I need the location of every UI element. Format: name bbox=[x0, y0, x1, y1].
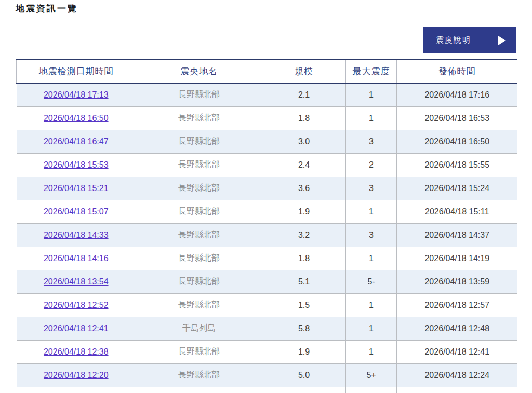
table-row: 2026/04/18 15:21 長野縣北部 3.6 3 2026/04/18 … bbox=[17, 177, 517, 200]
max-intensity-cell: 1 bbox=[346, 317, 397, 340]
detected-time-link[interactable]: 2026/04/18 15:53 bbox=[44, 160, 109, 169]
max-intensity-cell: 1 bbox=[346, 106, 397, 130]
published-time-cell: 2026/04/18 13:59 bbox=[397, 270, 517, 293]
max-intensity-cell: 3 bbox=[346, 130, 397, 153]
magnitude-cell: 1.8 bbox=[262, 106, 346, 130]
published-time-cell: 2026/04/18 14:19 bbox=[397, 247, 517, 270]
epicenter-cell: 長野縣北部 bbox=[136, 340, 262, 363]
magnitude-cell: 5.0 bbox=[262, 363, 346, 387]
header-detected-time: 地震檢測日期時間 bbox=[17, 59, 136, 83]
published-time-cell: 2026/04/18 15:11 bbox=[397, 200, 517, 223]
detected-time-link[interactable]: 2026/04/18 17:13 bbox=[44, 90, 109, 99]
epicenter-cell: 千島列島 bbox=[136, 317, 262, 340]
detected-time-link[interactable]: 2026/04/18 14:33 bbox=[44, 231, 109, 239]
table-row: 2026/04/18 12:20 長野縣北部 5.0 5+ 2026/04/18… bbox=[17, 363, 517, 387]
detected-time-link[interactable]: 2026/04/18 13:54 bbox=[44, 277, 109, 286]
published-time-cell: 2026/04/18 12:57 bbox=[397, 293, 517, 317]
magnitude-cell: 5.1 bbox=[262, 270, 346, 293]
epicenter-cell: 長野縣北部 bbox=[136, 106, 262, 130]
detected-time-link[interactable]: 2026/04/18 12:41 bbox=[44, 324, 109, 333]
magnitude-cell: 3.0 bbox=[262, 130, 346, 153]
published-time-cell: 2026/04/18 15:55 bbox=[397, 153, 517, 177]
published-time-cell: 2026/04/18 16:50 bbox=[397, 130, 517, 153]
table-row: 2026/04/18 12:52 長野縣北部 1.5 1 2026/04/18 … bbox=[17, 293, 517, 317]
published-time-cell: 2026/04/18 12:24 bbox=[397, 363, 517, 387]
table-row: 2026/04/18 17:13 長野縣北部 2.1 1 2026/04/18 … bbox=[17, 83, 517, 106]
intensity-explanation-button-label: 震度說明 bbox=[436, 35, 471, 45]
magnitude-cell: 2.4 bbox=[262, 153, 346, 177]
table-row: 2026/04/18 15:53 長野縣北部 2.4 2 2026/04/18 … bbox=[17, 153, 517, 177]
table-row: 2026/04/18 14:33 長野縣北部 3.2 3 2026/04/18 … bbox=[17, 223, 517, 247]
epicenter-cell: 長野縣北部 bbox=[136, 247, 262, 270]
published-time-cell: 2026/04/18 12:41 bbox=[397, 340, 517, 363]
max-intensity-cell: 5+ bbox=[346, 363, 397, 387]
epicenter-cell: 長野縣北部 bbox=[136, 153, 262, 177]
max-intensity-cell: 1 bbox=[346, 200, 397, 223]
max-intensity-cell: 3 bbox=[346, 223, 397, 247]
epicenter-cell: 長野縣北部 bbox=[136, 223, 262, 247]
magnitude-cell: 2.1 bbox=[262, 83, 346, 106]
magnitude-cell: 3.2 bbox=[262, 223, 346, 247]
max-intensity-cell: 1 bbox=[346, 83, 397, 106]
earthquake-table-container: 地震檢測日期時間 震央地名 規模 最大震度 發佈時間 2026/04/18 17… bbox=[16, 59, 517, 393]
detected-time-link[interactable]: 2026/04/18 16:47 bbox=[44, 137, 109, 146]
detected-time-link[interactable]: 2026/04/18 15:07 bbox=[44, 207, 109, 216]
max-intensity-cell: 3 bbox=[346, 177, 397, 200]
detected-time-link[interactable]: 2026/04/18 12:38 bbox=[44, 347, 109, 356]
table-row: 2026/04/18 12:41 千島列島 5.8 1 2026/04/18 1… bbox=[17, 317, 517, 340]
magnitude-cell: 1.9 bbox=[262, 340, 346, 363]
header-magnitude: 規模 bbox=[262, 59, 346, 83]
table-row-partial bbox=[17, 387, 517, 393]
detected-time-link[interactable]: 2026/04/18 12:52 bbox=[44, 301, 109, 309]
header-epicenter: 震央地名 bbox=[136, 59, 262, 83]
detected-time-link[interactable]: 2026/04/18 12:20 bbox=[44, 371, 109, 380]
max-intensity-cell: 5- bbox=[346, 270, 397, 293]
published-time-cell: 2026/04/18 16:53 bbox=[397, 106, 517, 130]
header-max-intensity: 最大震度 bbox=[346, 59, 397, 83]
magnitude-cell: 1.5 bbox=[262, 293, 346, 317]
epicenter-cell: 長野縣北部 bbox=[136, 293, 262, 317]
header-published-time: 發佈時間 bbox=[397, 59, 517, 83]
max-intensity-cell: 1 bbox=[346, 340, 397, 363]
max-intensity-cell: 2 bbox=[346, 153, 397, 177]
intensity-explanation-button[interactable]: 震度說明 bbox=[423, 27, 516, 53]
table-header-row: 地震檢測日期時間 震央地名 規模 最大震度 發佈時間 bbox=[17, 59, 517, 83]
magnitude-cell: 1.8 bbox=[262, 247, 346, 270]
table-row: 2026/04/18 14:16 長野縣北部 1.8 1 2026/04/18 … bbox=[17, 247, 517, 270]
arrow-right-icon bbox=[498, 36, 506, 45]
magnitude-cell: 1.9 bbox=[262, 200, 346, 223]
epicenter-cell: 長野縣北部 bbox=[136, 177, 262, 200]
published-time-cell: 2026/04/18 15:24 bbox=[397, 177, 517, 200]
table-row: 2026/04/18 13:54 長野縣北部 5.1 5- 2026/04/18… bbox=[17, 270, 517, 293]
magnitude-cell: 3.6 bbox=[262, 177, 346, 200]
epicenter-cell: 長野縣北部 bbox=[136, 130, 262, 153]
max-intensity-cell: 1 bbox=[346, 247, 397, 270]
published-time-cell: 2026/04/18 17:16 bbox=[397, 83, 517, 106]
table-row: 2026/04/18 12:38 長野縣北部 1.9 1 2026/04/18 … bbox=[17, 340, 517, 363]
max-intensity-cell: 1 bbox=[346, 293, 397, 317]
detected-time-link[interactable]: 2026/04/18 14:16 bbox=[44, 254, 109, 263]
epicenter-cell: 長野縣北部 bbox=[136, 270, 262, 293]
table-row: 2026/04/18 15:07 長野縣北部 1.9 1 2026/04/18 … bbox=[17, 200, 517, 223]
detected-time-link[interactable]: 2026/04/18 15:21 bbox=[44, 184, 109, 193]
earthquake-table: 地震檢測日期時間 震央地名 規模 最大震度 發佈時間 2026/04/18 17… bbox=[16, 59, 517, 393]
page-title: 地震資訊一覽 bbox=[16, 3, 78, 15]
epicenter-cell: 長野縣北部 bbox=[136, 200, 262, 223]
table-row: 2026/04/18 16:50 長野縣北部 1.8 1 2026/04/18 … bbox=[17, 106, 517, 130]
published-time-cell: 2026/04/18 14:37 bbox=[397, 223, 517, 247]
epicenter-cell: 長野縣北部 bbox=[136, 83, 262, 106]
detected-time-link[interactable]: 2026/04/18 16:50 bbox=[44, 114, 109, 123]
magnitude-cell: 5.8 bbox=[262, 317, 346, 340]
published-time-cell: 2026/04/18 12:48 bbox=[397, 317, 517, 340]
table-row: 2026/04/18 16:47 長野縣北部 3.0 3 2026/04/18 … bbox=[17, 130, 517, 153]
epicenter-cell: 長野縣北部 bbox=[136, 363, 262, 387]
